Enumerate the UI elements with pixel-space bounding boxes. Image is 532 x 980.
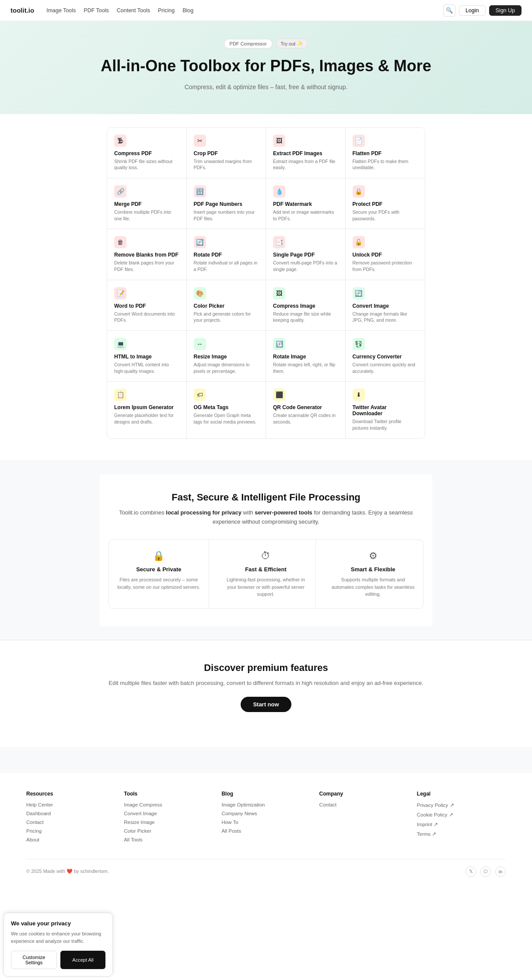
tool-card[interactable]: 💻 HTML to Image Convert HTML content int… (107, 331, 187, 382)
footer-col-title: Resources (26, 791, 115, 797)
tool-card[interactable]: 🖼 Compress Image Reduce image file size … (266, 280, 346, 331)
tool-card[interactable]: 🖼 Extract PDF Images Extract images from… (266, 128, 346, 178)
footer-col-title: Tools (124, 791, 213, 797)
feature-icon: 🔒 (116, 550, 202, 562)
tool-name: Lorem Ipsum Generator (114, 404, 179, 410)
tool-card[interactable]: 🗑 Remove Blanks from PDF Delete blank pa… (107, 229, 187, 280)
tool-card[interactable]: 💱 Currency Converter Convert currencies … (346, 331, 425, 382)
tool-icon: 💻 (114, 338, 126, 350)
try-out-badge[interactable]: Try out ✨ (276, 38, 308, 49)
processing-section: Fast, Secure & Intelligent File Processi… (0, 461, 532, 640)
tool-card[interactable]: 🔒 Protect PDF Secure your PDFs with pass… (346, 178, 425, 229)
tool-desc: Trim unwanted margins from PDFs. (194, 158, 259, 171)
footer-link[interactable]: Color Picker (124, 828, 213, 834)
signup-button[interactable]: Sign Up (489, 5, 522, 16)
footer-link[interactable]: All Tools (124, 837, 213, 842)
tool-icon: 📝 (114, 287, 126, 299)
tool-card[interactable]: 📄 Flatten PDF Flatten PDFs to make them … (346, 128, 425, 178)
processing-desc: Toolit.io combines local processing for … (108, 508, 424, 527)
tool-card[interactable]: 🔗 Merge PDF Combine multiple PDFs into o… (107, 178, 187, 229)
tool-icon: 🖼 (273, 135, 285, 147)
footer-col-title: Legal (417, 791, 506, 797)
tools-section: 🗜 Compress PDF Shrink PDF file sizes wit… (100, 123, 432, 452)
footer-link[interactable]: Image Compress (124, 802, 213, 807)
tool-name: QR Code Generator (273, 404, 338, 410)
nav-link-pdf-tools[interactable]: PDF Tools (84, 7, 108, 14)
tool-card[interactable]: 💧 PDF Watermark Add text or image waterm… (266, 178, 346, 229)
feature-desc: Supports multiple formats and automates … (330, 576, 416, 598)
tool-card[interactable]: 🔄 Convert Image Change image formats lik… (346, 280, 425, 331)
nav-actions: 🔍 Login Sign Up (443, 4, 522, 17)
footer-link[interactable]: Terms ↗ (417, 831, 506, 837)
tool-desc: Adjust image dimensions in pixels or per… (194, 361, 259, 374)
tool-desc: Combine multiple PDFs into one file. (114, 209, 179, 222)
tool-card[interactable]: 🗜 Compress PDF Shrink PDF file sizes wit… (107, 128, 187, 178)
github-icon[interactable]: ⬡ (480, 866, 491, 877)
nav-link-image-tools[interactable]: Image Tools (46, 7, 76, 14)
tool-desc: Remove password protection from PDFs. (353, 260, 418, 272)
nav-link-blog[interactable]: Blog (182, 7, 193, 14)
tool-icon: ⬇ (353, 389, 365, 401)
tool-desc: Flatten PDFs to make them uneditable. (353, 158, 418, 171)
footer-link[interactable]: Resize Image (124, 820, 213, 825)
tool-card[interactable]: ↔ Resize Image Adjust image dimensions i… (187, 331, 266, 382)
footer-link[interactable]: Contact (319, 802, 408, 807)
tool-name: HTML to Image (114, 354, 179, 360)
nav-link-pricing[interactable]: Pricing (158, 7, 175, 14)
tool-icon: ⬛ (273, 389, 285, 401)
login-button[interactable]: Login (459, 5, 486, 16)
pdf-compressor-badge[interactable]: PDF Compressor (224, 39, 273, 49)
footer-link[interactable]: Imprint ↗ (417, 821, 506, 827)
footer-link[interactable]: Privacy Policy ↗ (417, 802, 506, 808)
feature-cards: 🔒 Secure & Private Files are processed s… (108, 539, 424, 609)
footer-link[interactable]: Dashboard (26, 811, 115, 816)
tool-card[interactable]: 🔃 Rotate Image Rotate images left, right… (266, 331, 346, 382)
tool-card[interactable]: ⬛ QR Code Generator Create scannable QR … (266, 382, 346, 438)
tool-card[interactable]: ✂ Crop PDF Trim unwanted margins from PD… (187, 128, 266, 178)
tool-card[interactable]: 📋 Lorem Ipsum Generator Generate placeho… (107, 382, 187, 438)
nav-links: Image ToolsPDF ToolsContent ToolsPricing… (46, 7, 443, 14)
footer-link[interactable]: Pricing (26, 828, 115, 834)
tool-card[interactable]: 🔢 PDF Page Numbers Insert page numbers i… (187, 178, 266, 229)
tool-name: Flatten PDF (353, 150, 418, 156)
tool-card[interactable]: 🔄 Rotate PDF Rotate individual or all pa… (187, 229, 266, 280)
tool-icon: 🔄 (353, 287, 365, 299)
tool-card[interactable]: 🏷 OG Meta Tags Generate Open Graph meta … (187, 382, 266, 438)
tool-card[interactable]: 🔓 Unlock PDF Remove password protection … (346, 229, 425, 280)
footer-col-title: Blog (221, 791, 310, 797)
tool-card[interactable]: 📑 Single Page PDF Convert multi-page PDF… (266, 229, 346, 280)
footer-link[interactable]: Contact (26, 820, 115, 825)
footer-link[interactable]: All Posts (221, 828, 310, 834)
start-now-button[interactable]: Start now (241, 697, 291, 712)
search-icon[interactable]: 🔍 (443, 4, 455, 17)
footer-link[interactable]: Cookie Policy ↗ (417, 812, 506, 818)
tool-desc: Add text or image watermarks to PDFs. (273, 209, 338, 222)
footer-column: CompanyContact (319, 791, 408, 846)
tool-desc: Shrink PDF file sizes without quality lo… (114, 158, 179, 171)
nav-link-content-tools[interactable]: Content Tools (117, 7, 150, 14)
tool-card[interactable]: 📝 Word to PDF Convert Word documents int… (107, 280, 187, 331)
linkedin-icon[interactable]: in (495, 866, 506, 877)
tool-icon: 🔒 (353, 185, 365, 198)
tool-desc: Extract images from a PDF file easily. (273, 158, 338, 171)
tool-name: Rotate PDF (194, 252, 259, 258)
tool-icon: 🏷 (194, 389, 206, 401)
footer-link[interactable]: Convert Image (124, 811, 213, 816)
site-logo[interactable]: toolit.io (10, 7, 34, 14)
feature-name: Secure & Private (116, 566, 202, 573)
footer-link[interactable]: About (26, 837, 115, 842)
footer-link[interactable]: Help Center (26, 802, 115, 807)
footer-link[interactable]: Image Optimization (221, 802, 310, 807)
footer-link[interactable]: Company News (221, 811, 310, 816)
tool-card[interactable]: ⬇ Twitter Avatar Downloader Download Twi… (346, 382, 425, 438)
twitter-icon[interactable]: 𝕏 (466, 866, 476, 877)
tool-name: Single Page PDF (273, 252, 338, 258)
navbar: toolit.io Image ToolsPDF ToolsContent To… (0, 0, 532, 21)
processing-title: Fast, Secure & Intelligent File Processi… (108, 492, 424, 503)
footer-bottom: © 2025 Made with ❤️ by schindlertom. 𝕏 ⬡… (26, 859, 506, 877)
tool-card[interactable]: 🎨 Color Picker Pick and generate colors … (187, 280, 266, 331)
feature-desc: Files are processed securely – some loca… (116, 576, 202, 591)
footer-link[interactable]: How To (221, 820, 310, 825)
tool-icon: 🗑 (114, 236, 126, 248)
tool-icon: 📋 (114, 389, 126, 401)
